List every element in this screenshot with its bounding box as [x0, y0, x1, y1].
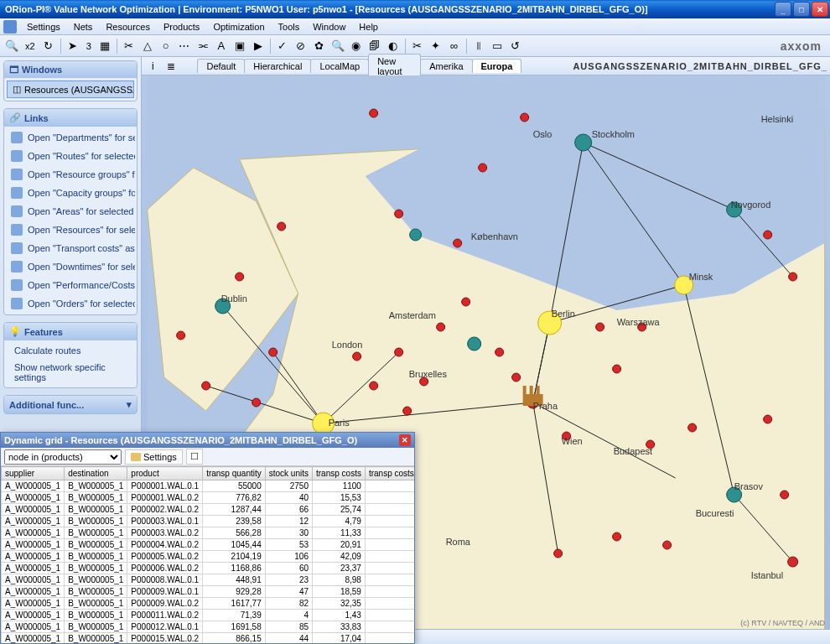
- grid-titlebar[interactable]: Dynamic grid - Resources (AUSGANGSSZENAR…: [1, 433, 414, 448]
- links-panel-head[interactable]: 🔗 Links: [4, 109, 137, 127]
- layout-icon[interactable]: ⫴: [470, 38, 487, 55]
- table-row[interactable]: A_W000005_1B_W000005_1P000003.WAL.0.1239…: [2, 516, 415, 527]
- grid-header-cell[interactable]: stock units: [265, 467, 312, 480]
- table-row[interactable]: A_W000005_1B_W000005_1P000009.WAL.0.2161…: [2, 598, 415, 610]
- link-item-7[interactable]: Open "Downtimes" for select...: [6, 257, 135, 276]
- grid-icon[interactable]: ▦: [96, 38, 113, 55]
- features-panel-head[interactable]: 💡 Features: [4, 323, 137, 340]
- grid-filter-select[interactable]: node in (products): [4, 449, 122, 465]
- grid-header-cell[interactable]: transp costs/stock unit: [365, 467, 414, 480]
- circle-icon[interactable]: ○: [158, 38, 174, 55]
- tab-amerika[interactable]: Amerika: [420, 59, 472, 73]
- check-icon[interactable]: ✓: [274, 38, 291, 55]
- tab-europa[interactable]: Europa: [472, 59, 522, 73]
- fill-icon[interactable]: ▣: [231, 38, 248, 55]
- table-row[interactable]: A_W000005_1B_W000005_1P000008.WAL.0.1448…: [2, 574, 415, 586]
- maximize-button[interactable]: □: [793, 2, 810, 17]
- info-icon[interactable]: i: [145, 58, 161, 75]
- wand-icon[interactable]: ✦: [428, 38, 444, 55]
- table-row[interactable]: A_W000005_1B_W000005_1P000004.WAL.0.2104…: [2, 539, 415, 551]
- grid-header-cell[interactable]: transp quantity: [203, 467, 266, 480]
- grid-options-button[interactable]: ☐: [186, 449, 203, 465]
- doc-icon[interactable]: 🗐: [366, 38, 383, 55]
- redraw-icon[interactable]: ↻: [40, 38, 57, 55]
- svg-rect-63: [529, 386, 532, 394]
- menu-resources[interactable]: Resources: [99, 20, 157, 34]
- link-item-3[interactable]: Open "Capacity groups" for s...: [6, 184, 135, 202]
- close-button[interactable]: ✕: [812, 2, 828, 17]
- table-row[interactable]: A_W000005_1B_W000005_1P000006.WAL.0.2116…: [2, 563, 415, 574]
- link-item-1[interactable]: Open "Routes" for selected fl...: [6, 147, 135, 165]
- table-row[interactable]: A_W000005_1B_W000005_1P000003.WAL.0.2566…: [2, 527, 415, 539]
- feature-calculate-routes[interactable]: Calculate routes: [6, 342, 135, 359]
- table-row[interactable]: A_W000005_1B_W000005_1P000005.WAL.0.2210…: [2, 551, 415, 563]
- link-item-6[interactable]: Open "Transport costs" as pr...: [6, 239, 135, 257]
- grid-cell: B_W000005_1: [65, 633, 127, 644]
- grid-body[interactable]: supplierdestinationproducttransp quantit…: [1, 466, 414, 643]
- grid-header-cell[interactable]: product: [127, 467, 203, 480]
- cut-icon[interactable]: ✂: [121, 38, 137, 55]
- menu-settings[interactable]: Settings: [20, 20, 67, 34]
- svg-point-29: [277, 222, 285, 231]
- link-item-9[interactable]: Open "Orders" for selected r...: [6, 294, 135, 313]
- dynamic-grid-window[interactable]: Dynamic grid - Resources (AUSGANGSSZENAR…: [0, 432, 415, 644]
- grid-close-button[interactable]: ✕: [399, 434, 411, 446]
- table-row[interactable]: A_W000005_1B_W000005_1P000001.WAL.0.2776…: [2, 492, 415, 504]
- grid-header-cell[interactable]: supplier: [2, 467, 65, 480]
- menu-help[interactable]: Help: [352, 20, 385, 34]
- cycle-icon[interactable]: ↺: [507, 38, 524, 55]
- table-row[interactable]: A_W000005_1B_W000005_1P000015.WAL.0.2866…: [2, 633, 415, 644]
- grid-header-cell[interactable]: transp costs: [313, 467, 366, 480]
- table-row[interactable]: A_W000005_1B_W000005_1P000002.WAL.0.2128…: [2, 504, 415, 516]
- link-item-4[interactable]: Open "Areas" for selected re...: [6, 202, 135, 221]
- share-icon[interactable]: ⫘: [195, 38, 211, 55]
- link-item-8[interactable]: Open "Performance/Costs" f...: [6, 276, 135, 294]
- cancel-icon[interactable]: ⊘: [293, 38, 309, 55]
- svg-text:Stockholm: Stockholm: [591, 129, 634, 139]
- tab-default[interactable]: Default: [197, 59, 245, 73]
- map-tab-bar: i ≣ Default Hierarchical LocalMap New la…: [142, 57, 830, 75]
- windows-icon: 🗔: [9, 65, 18, 75]
- link-item-5[interactable]: Open "Resources" for select...: [6, 221, 135, 239]
- arrow-icon[interactable]: ➤: [65, 38, 81, 55]
- tri-icon[interactable]: △: [139, 38, 156, 55]
- zoom-icon[interactable]: 🔍: [3, 38, 20, 55]
- minimize-button[interactable]: _: [775, 2, 791, 17]
- grid-settings-button[interactable]: Settings: [125, 449, 183, 465]
- scissors2-icon[interactable]: ✂: [409, 38, 426, 55]
- menu-window[interactable]: Window: [306, 20, 352, 34]
- text-icon[interactable]: A: [213, 38, 230, 55]
- table-row[interactable]: A_W000005_1B_W000005_1P000012.WAL.0.1169…: [2, 621, 415, 633]
- menu-products[interactable]: Products: [157, 20, 206, 34]
- link-item-icon: [11, 187, 23, 199]
- right-icon[interactable]: ▶: [250, 38, 267, 55]
- link-item-label: Open "Departments" for sele...: [28, 132, 135, 143]
- windows-panel-head[interactable]: 🗔 Windows: [4, 61, 137, 78]
- svg-point-37: [436, 323, 444, 331]
- link-item-0[interactable]: Open "Departments" for sele...: [6, 128, 135, 147]
- svg-text:Budapest: Budapest: [613, 446, 651, 456]
- layers-icon[interactable]: ≣: [163, 58, 179, 75]
- windows-item-resources[interactable]: ◫ Resources (AUSGANGSSZEN...: [7, 80, 134, 98]
- table-row[interactable]: A_W000005_1B_W000005_1P000011.WAL.0.271,…: [2, 610, 415, 621]
- globe-icon[interactable]: ◉: [348, 38, 365, 55]
- box-icon[interactable]: ▭: [489, 38, 506, 55]
- tab-localmap[interactable]: LocalMap: [310, 59, 369, 73]
- feature-show-network-settings[interactable]: Show network specific settings: [6, 359, 135, 386]
- tab-hierarchical[interactable]: Hierarchical: [244, 59, 311, 73]
- table-row[interactable]: A_W000005_1B_W000005_1P000009.WAL.0.1929…: [2, 586, 415, 598]
- zoom2-icon[interactable]: 🔍: [329, 38, 346, 55]
- grid-header-cell[interactable]: destination: [65, 467, 127, 480]
- grid-cell: 1287,44: [203, 504, 266, 516]
- dots-icon[interactable]: ⋯: [176, 38, 193, 55]
- menu-tools[interactable]: Tools: [272, 20, 307, 34]
- link-item-2[interactable]: Open "Resource groups" for ...: [6, 165, 135, 184]
- gear-icon[interactable]: ✿: [311, 38, 328, 55]
- tab-newlayout[interactable]: New layout: [368, 54, 421, 78]
- menu-optimization[interactable]: Optimization: [206, 20, 271, 34]
- table-row[interactable]: A_W000005_1B_W000005_1P000001.WAL.0.1550…: [2, 480, 415, 492]
- link-icon[interactable]: ∞: [446, 38, 463, 55]
- menu-nets[interactable]: Nets: [67, 20, 100, 34]
- addfunc-panel-head[interactable]: Additional func... ▾: [4, 396, 137, 413]
- time-icon[interactable]: ◐: [385, 38, 402, 55]
